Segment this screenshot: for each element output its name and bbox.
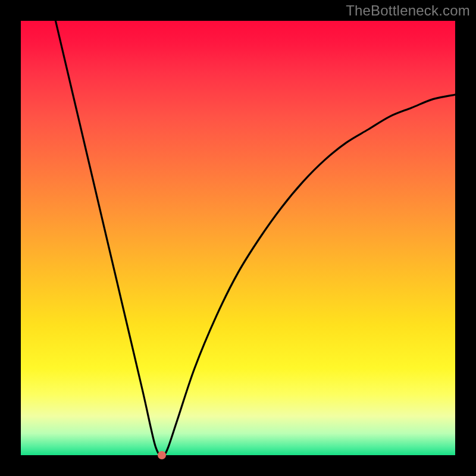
- optimal-point-marker: [158, 451, 166, 459]
- bottleneck-curve-svg: [21, 21, 455, 455]
- watermark-text: TheBottleneck.com: [346, 2, 470, 19]
- bottleneck-curve-path: [55, 21, 455, 455]
- chart-frame: TheBottleneck.com: [0, 0, 476, 476]
